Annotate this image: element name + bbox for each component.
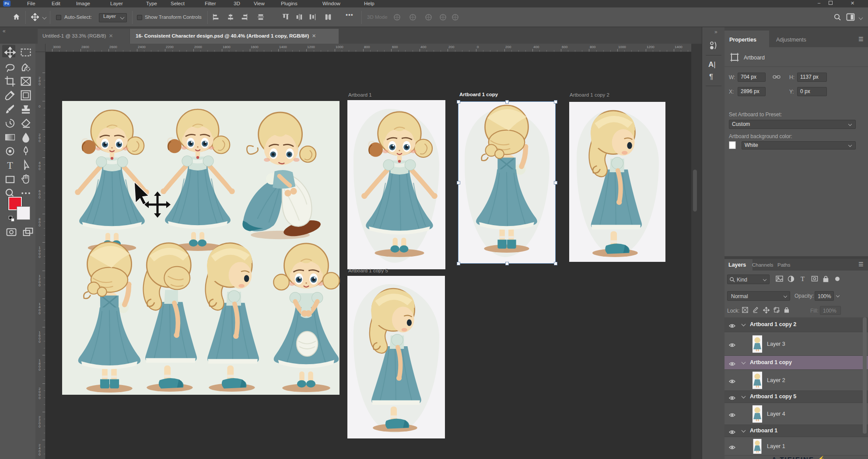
svg-text:T: T [7,160,13,171]
svg-text:T: T [801,275,805,282]
